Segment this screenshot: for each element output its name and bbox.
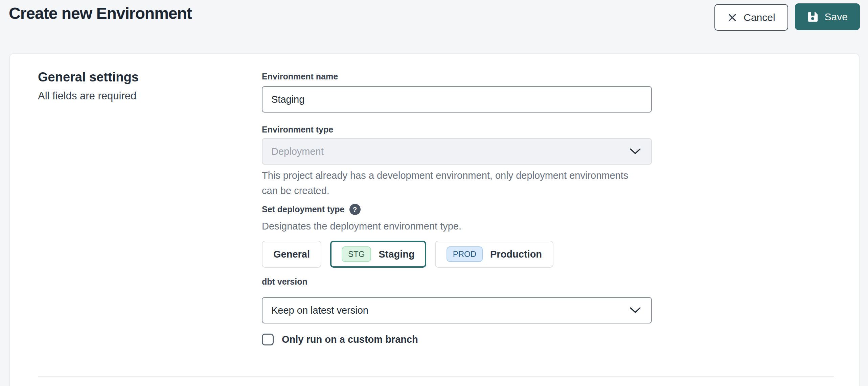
deployment-type-options: General STG Staging PROD Production	[262, 241, 553, 268]
help-icon[interactable]: ?	[349, 204, 361, 215]
section-title: General settings	[38, 70, 139, 85]
deployment-option-production-label: Production	[490, 249, 542, 260]
dbt-version-label: dbt version	[262, 277, 307, 287]
environment-type-helper: This project already has a development e…	[262, 168, 641, 198]
deployment-option-general-label: General	[273, 249, 310, 260]
chevron-down-icon	[630, 307, 641, 314]
environment-type-value: Deployment	[271, 146, 324, 157]
environment-type-label: Environment type	[262, 125, 333, 135]
chevron-down-icon	[630, 148, 641, 155]
staging-badge: STG	[342, 246, 371, 262]
environment-name-input[interactable]	[262, 86, 652, 113]
page-title: Create new Environment	[9, 4, 192, 23]
section-subtitle: All fields are required	[38, 90, 139, 102]
production-badge: PROD	[447, 246, 483, 262]
custom-branch-row[interactable]: Only run on a custom branch	[262, 334, 418, 345]
dbt-version-select[interactable]: Keep on latest version	[262, 297, 652, 323]
settings-card: General settings All fields are required…	[9, 53, 860, 386]
deployment-option-staging-label: Staging	[379, 249, 414, 260]
cancel-button-label: Cancel	[744, 12, 775, 23]
save-button[interactable]: Save	[795, 3, 860, 30]
cancel-button[interactable]: Cancel	[714, 4, 788, 31]
section-divider	[38, 376, 834, 377]
header-actions: Cancel Save	[714, 3, 860, 31]
deployment-type-label-row: Set deployment type ?	[262, 204, 361, 215]
save-icon	[807, 11, 819, 23]
deployment-option-production[interactable]: PROD Production	[435, 241, 553, 268]
environment-type-select[interactable]: Deployment	[262, 138, 652, 165]
environment-name-label: Environment name	[262, 72, 338, 81]
custom-branch-checkbox[interactable]	[262, 334, 274, 345]
dbt-version-value: Keep on latest version	[271, 305, 368, 316]
custom-branch-label: Only run on a custom branch	[282, 334, 418, 345]
close-icon	[727, 13, 737, 23]
deployment-type-helper: Designates the deployment environment ty…	[262, 219, 641, 234]
deployment-option-general[interactable]: General	[262, 241, 321, 268]
deployment-type-label: Set deployment type	[262, 204, 345, 214]
general-settings-heading: General settings All fields are required	[38, 70, 139, 102]
deployment-option-staging[interactable]: STG Staging	[330, 241, 426, 268]
save-button-label: Save	[825, 11, 848, 23]
